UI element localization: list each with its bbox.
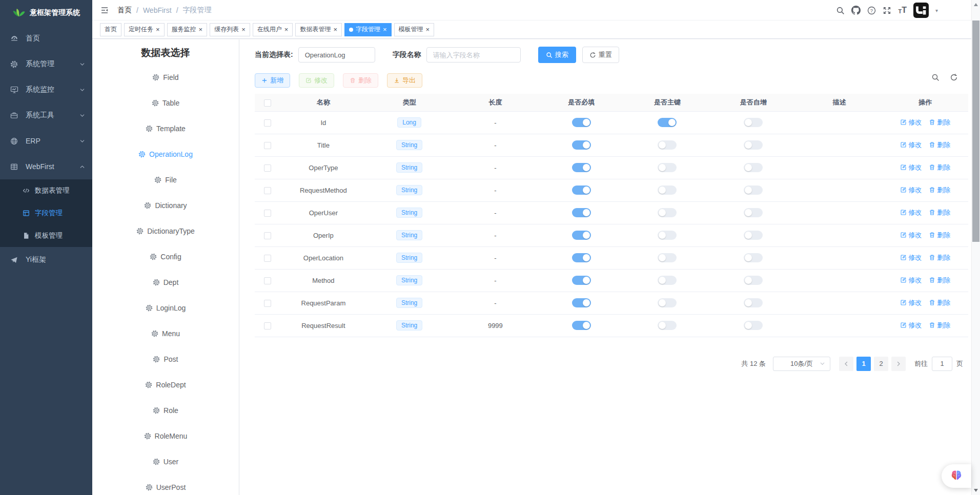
scroll-up-arrow-icon[interactable] xyxy=(974,3,978,6)
scrollbar-thumb[interactable] xyxy=(972,20,979,242)
auto-increment-switch[interactable] xyxy=(744,253,763,262)
required-switch[interactable] xyxy=(572,140,591,150)
auto-increment-switch[interactable] xyxy=(744,276,763,285)
primary-key-switch[interactable] xyxy=(658,185,677,195)
sidebar-subitem-table-manage[interactable]: 数据表管理 xyxy=(0,179,92,202)
row-edit-link[interactable]: 修改 xyxy=(900,118,922,127)
tab-server-monitor[interactable]: 服务监控× xyxy=(167,23,208,36)
auto-increment-switch[interactable] xyxy=(744,321,763,330)
required-switch[interactable] xyxy=(572,276,591,285)
sidebar-item-home[interactable]: 首页 xyxy=(0,26,92,51)
tree-item-Template[interactable]: Template xyxy=(92,116,239,141)
tree-item-Menu[interactable]: Menu xyxy=(92,321,239,346)
row-checkbox[interactable] xyxy=(264,187,271,194)
row-checkbox[interactable] xyxy=(264,142,271,149)
tab-cron-job[interactable]: 定时任务× xyxy=(124,23,165,36)
tab-online-users[interactable]: 在线用户× xyxy=(253,23,293,36)
page-button-1[interactable]: 1 xyxy=(856,357,871,371)
tree-item-User[interactable]: User xyxy=(92,449,239,475)
auto-increment-switch[interactable] xyxy=(744,185,763,195)
row-checkbox[interactable] xyxy=(264,322,271,329)
reset-button[interactable]: 重置 xyxy=(582,47,619,63)
auto-increment-switch[interactable] xyxy=(744,118,763,127)
primary-key-switch[interactable] xyxy=(658,276,677,285)
tab-close-icon[interactable]: × xyxy=(383,26,387,33)
required-switch[interactable] xyxy=(572,185,591,195)
sidebar-item-system-manage[interactable]: 系统管理 xyxy=(0,51,92,77)
row-delete-link[interactable]: 删除 xyxy=(929,321,950,330)
row-checkbox[interactable] xyxy=(264,300,271,307)
page-size-select[interactable]: 10条/页 xyxy=(773,357,830,371)
primary-key-switch[interactable] xyxy=(658,321,677,330)
tree-item-Config[interactable]: Config xyxy=(92,244,239,270)
tab-table-manage[interactable]: 数据表管理× xyxy=(295,23,342,36)
font-size-icon[interactable]: TT xyxy=(898,6,907,14)
github-icon[interactable] xyxy=(851,6,861,15)
row-delete-link[interactable]: 删除 xyxy=(929,208,950,217)
auto-increment-switch[interactable] xyxy=(744,231,763,240)
search-button[interactable]: 搜索 xyxy=(538,47,576,63)
tree-item-RoleDept[interactable]: RoleDept xyxy=(92,372,239,398)
help-icon[interactable]: ? xyxy=(867,6,876,15)
row-checkbox[interactable] xyxy=(264,119,271,127)
search-icon[interactable] xyxy=(836,6,845,15)
row-checkbox[interactable] xyxy=(264,277,271,284)
row-delete-link[interactable]: 删除 xyxy=(929,118,950,127)
next-page-button[interactable] xyxy=(891,357,906,371)
primary-key-switch[interactable] xyxy=(658,163,677,172)
tab-cache-list[interactable]: 缓存列表× xyxy=(210,23,250,36)
select-all-checkbox[interactable] xyxy=(264,99,271,107)
row-edit-link[interactable]: 修改 xyxy=(900,140,922,150)
page-button-2[interactable]: 2 xyxy=(874,357,888,371)
row-edit-link[interactable]: 修改 xyxy=(900,208,922,217)
tree-item-File[interactable]: File xyxy=(92,167,239,193)
fullscreen-icon[interactable] xyxy=(883,6,891,15)
tab-field-manage[interactable]: 字段管理× xyxy=(344,23,392,36)
row-checkbox[interactable] xyxy=(264,210,271,217)
window-scrollbar[interactable] xyxy=(971,0,980,495)
tab-close-icon[interactable]: × xyxy=(241,26,246,33)
sidebar-item-system-tools[interactable]: 系统工具 xyxy=(0,102,92,128)
tree-item-Table[interactable]: Table xyxy=(92,90,239,116)
sidebar-item-yi-framework[interactable]: Yi框架 xyxy=(0,247,92,273)
row-edit-link[interactable]: 修改 xyxy=(900,163,922,172)
export-button[interactable]: 导出 xyxy=(387,73,422,88)
tree-item-Dept[interactable]: Dept xyxy=(92,270,239,295)
breadcrumb-item[interactable]: 首页 xyxy=(117,6,132,15)
row-checkbox[interactable] xyxy=(264,232,271,239)
row-edit-link[interactable]: 修改 xyxy=(900,321,922,330)
required-switch[interactable] xyxy=(572,298,591,307)
field-name-input[interactable] xyxy=(426,47,521,63)
avatar[interactable] xyxy=(913,3,929,18)
auto-increment-switch[interactable] xyxy=(744,140,763,150)
required-switch[interactable] xyxy=(572,231,591,240)
row-edit-link[interactable]: 修改 xyxy=(900,253,922,262)
auto-increment-switch[interactable] xyxy=(744,298,763,307)
row-edit-link[interactable]: 修改 xyxy=(900,231,922,240)
tab-template-manage[interactable]: 模板管理× xyxy=(394,23,435,36)
tab-home[interactable]: 首页 xyxy=(100,23,121,36)
tab-close-icon[interactable]: × xyxy=(426,26,430,33)
required-switch[interactable] xyxy=(572,208,591,217)
primary-key-switch[interactable] xyxy=(658,253,677,262)
tab-close-icon[interactable]: × xyxy=(156,26,160,33)
sidebar-item-webfirst[interactable]: WebFirst xyxy=(0,154,92,179)
sidebar-item-system-monitor[interactable]: 系统监控 xyxy=(0,77,92,102)
tab-close-icon[interactable]: × xyxy=(199,26,203,33)
row-edit-link[interactable]: 修改 xyxy=(900,276,922,285)
sidebar-subitem-field-manage[interactable]: 字段管理 xyxy=(0,202,92,224)
row-delete-link[interactable]: 删除 xyxy=(929,298,950,307)
required-switch[interactable] xyxy=(572,321,591,330)
primary-key-switch[interactable] xyxy=(658,208,677,217)
row-delete-link[interactable]: 删除 xyxy=(929,253,950,262)
tree-item-OperationLog[interactable]: OperationLog xyxy=(92,141,239,167)
edit-button[interactable]: 修改 xyxy=(299,73,334,88)
search-toggle-icon[interactable] xyxy=(931,73,940,81)
tree-item-RoleMenu[interactable]: RoleMenu xyxy=(92,423,239,449)
goto-page-input[interactable] xyxy=(932,357,952,371)
app-logo[interactable]: 意框架管理系统 xyxy=(0,0,92,26)
required-switch[interactable] xyxy=(572,163,591,172)
tab-close-icon[interactable]: × xyxy=(333,26,337,33)
row-checkbox[interactable] xyxy=(264,255,271,262)
browser-extension-button[interactable] xyxy=(942,464,971,488)
